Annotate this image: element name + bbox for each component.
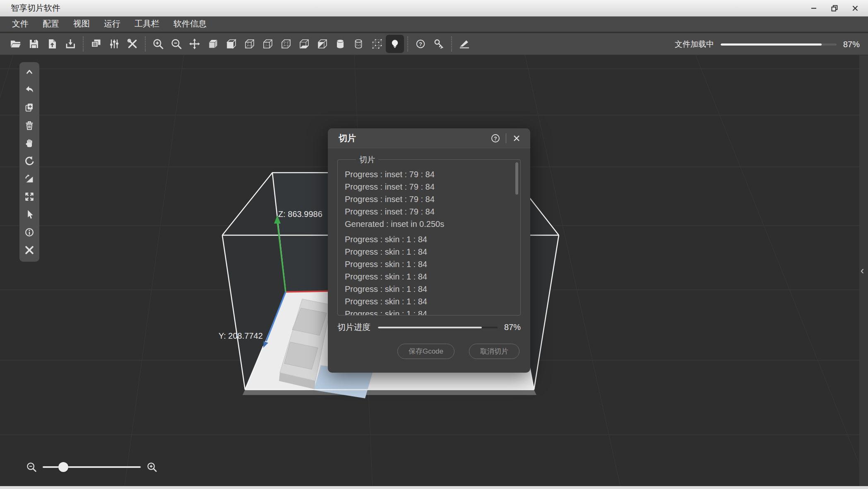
slice-progress-label: 切片进度 — [337, 322, 370, 333]
slice-progress-row: 切片进度 87% — [337, 322, 521, 333]
import-model-icon[interactable] — [43, 35, 61, 53]
license-key-icon[interactable] — [430, 35, 448, 53]
zoom-out-icon[interactable] — [167, 35, 185, 53]
z-axis-label: Z: 863.9986 — [278, 210, 322, 219]
toolbar-separator — [451, 36, 452, 51]
close-icon — [851, 4, 859, 12]
slice-knife-icon[interactable] — [455, 35, 474, 53]
bottom-edge-strip — [0, 486, 868, 489]
duplicate-icon[interactable] — [21, 99, 38, 116]
dialog-close-icon[interactable] — [510, 132, 523, 145]
slice-log-line: Progress : skin : 1 : 84 — [345, 309, 513, 315]
slice-log-list: Progress : inset : 79 : 84Progress : ins… — [338, 160, 520, 315]
select-icon[interactable] — [21, 205, 38, 223]
expand-panel-chevron[interactable]: ‹ — [861, 265, 864, 277]
right-panel-strip: ‹ — [859, 55, 868, 489]
light-toggle-icon[interactable] — [386, 35, 404, 53]
title-bar: 智享切片软件 — [0, 0, 868, 17]
model-tool-sidebar — [19, 62, 39, 262]
slice-progress-percent: 87% — [504, 323, 521, 332]
main-toolbar: ? 文件加载中 87% — [0, 33, 868, 55]
y-axis-label: Y: 208.7742 — [219, 331, 263, 340]
menu-item[interactable]: 视图 — [66, 16, 97, 32]
dialog-help-icon[interactable]: ? — [489, 132, 502, 145]
save-icon[interactable] — [25, 35, 43, 53]
adjust-settings-icon[interactable] — [105, 35, 123, 53]
zoom-in-magnifier-icon[interactable] — [146, 461, 158, 473]
rotate-icon[interactable] — [21, 152, 38, 170]
toolbar-separator — [407, 36, 408, 51]
view-cylinder-icon[interactable] — [331, 35, 349, 53]
slice-progress-bar — [378, 327, 498, 328]
app-title: 智享切片软件 — [0, 2, 60, 14]
save-gcode-button[interactable]: 保存Gcode — [397, 344, 454, 359]
zoom-out-magnifier-icon[interactable] — [26, 461, 37, 473]
slice-dialog-title: 切片 — [339, 132, 489, 144]
slice-log-line: Generated : inset in 0.250s — [345, 219, 513, 232]
view-cube-wireframe-1-icon[interactable] — [240, 35, 258, 53]
restore-button[interactable] — [827, 1, 842, 15]
pan-icon[interactable] — [21, 134, 38, 152]
slice-dialog: 切片 ? 切片 Progress : inset : 79 : 84Progre… — [328, 128, 530, 373]
collapse-icon[interactable] — [21, 63, 38, 81]
slice-progress-fill — [378, 327, 482, 328]
view-cube-wireframe-3-icon[interactable] — [277, 35, 295, 53]
menu-item[interactable]: 配置 — [36, 16, 66, 32]
view-cube-bottom-icon[interactable] — [295, 35, 313, 53]
svg-text:?: ? — [494, 135, 497, 141]
file-loading-indicator: 文件加载中 87% — [675, 33, 860, 55]
zoom-in-icon[interactable] — [149, 35, 167, 53]
close-button[interactable] — [847, 1, 863, 15]
slice-log-line: Progress : inset : 79 : 84 — [345, 195, 513, 207]
slice-log-line: Progress : skin : 1 : 84 — [345, 260, 513, 272]
help-icon[interactable]: ? — [411, 35, 430, 53]
move-view-icon[interactable] — [185, 35, 204, 53]
restore-icon — [830, 4, 839, 12]
viewport-3d[interactable]: Z: 863.9986 Y: 208.7742 — [0, 55, 868, 489]
scale-icon[interactable] — [21, 188, 38, 205]
x-axis — [286, 291, 330, 292]
toolbar-separator — [83, 36, 84, 51]
slice-log-line: Progress : skin : 1 : 84 — [345, 297, 513, 309]
slice-log-line: Progress : skin : 1 : 84 — [345, 247, 513, 260]
window-controls — [806, 0, 863, 17]
export-model-icon[interactable] — [61, 35, 79, 53]
delete-icon[interactable] — [21, 116, 38, 134]
file-loading-percent: 87% — [843, 40, 860, 49]
file-loading-label: 文件加载中 — [675, 39, 714, 50]
view-cube-solid-icon[interactable] — [204, 35, 222, 53]
svg-text:?: ? — [419, 41, 422, 47]
measure-icon[interactable] — [21, 241, 38, 259]
cancel-slice-button[interactable]: 取消切片 — [469, 344, 519, 359]
copy-plate-icon[interactable] — [87, 35, 105, 53]
model-info-icon[interactable] — [21, 223, 38, 241]
view-cube-section-icon[interactable] — [313, 35, 331, 53]
view-cylinder-wireframe-icon[interactable] — [349, 35, 368, 53]
slice-log-line: Progress : skin : 1 : 84 — [345, 284, 513, 297]
slice-dialog-header: 切片 ? — [328, 128, 530, 148]
file-loading-bar — [721, 43, 837, 46]
dialog-buttons: 保存Gcode 取消切片 — [328, 344, 519, 359]
open-file-icon[interactable] — [7, 35, 25, 53]
slice-log-line: Progress : inset : 79 : 84 — [345, 170, 513, 182]
file-loading-fill — [721, 43, 822, 46]
zoom-slider-track[interactable] — [43, 466, 141, 468]
slice-log-line: Progress : inset : 79 : 84 — [345, 207, 513, 219]
mirror-icon[interactable] — [21, 170, 38, 188]
menu-item[interactable]: 运行 — [97, 16, 127, 32]
menu-item[interactable]: 软件信息 — [166, 16, 214, 32]
minimize-button[interactable] — [806, 1, 822, 15]
zoom-control — [26, 460, 158, 474]
menu-item[interactable]: 工具栏 — [127, 16, 166, 32]
view-cube-wireframe-2-icon[interactable] — [258, 35, 277, 53]
toolbar-separator — [145, 36, 146, 51]
view-cube-face-icon[interactable] — [222, 35, 240, 53]
zoom-slider-thumb[interactable] — [58, 462, 68, 472]
menu-item[interactable]: 文件 — [5, 16, 36, 32]
app-window: 智享切片软件 文件配置视图运行工具栏软件信息 — [0, 0, 868, 489]
view-points-icon[interactable] — [368, 35, 386, 53]
dialog-header-divider — [506, 133, 506, 143]
undo-icon[interactable] — [21, 81, 38, 99]
log-scrollbar-thumb[interactable] — [515, 162, 518, 195]
tools-icon[interactable] — [123, 35, 142, 53]
